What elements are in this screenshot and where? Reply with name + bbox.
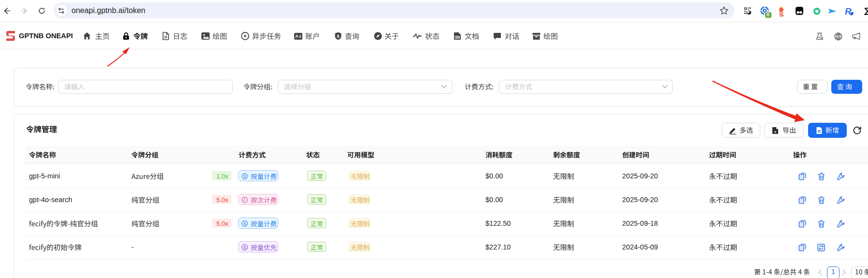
svg-text:A: A xyxy=(295,34,298,39)
svg-text:S: S xyxy=(243,246,246,250)
svg-text:$: $ xyxy=(337,34,339,39)
svg-text:S: S xyxy=(243,175,246,179)
svg-text:DOC: DOC xyxy=(455,36,460,39)
svg-text:S: S xyxy=(243,222,246,226)
